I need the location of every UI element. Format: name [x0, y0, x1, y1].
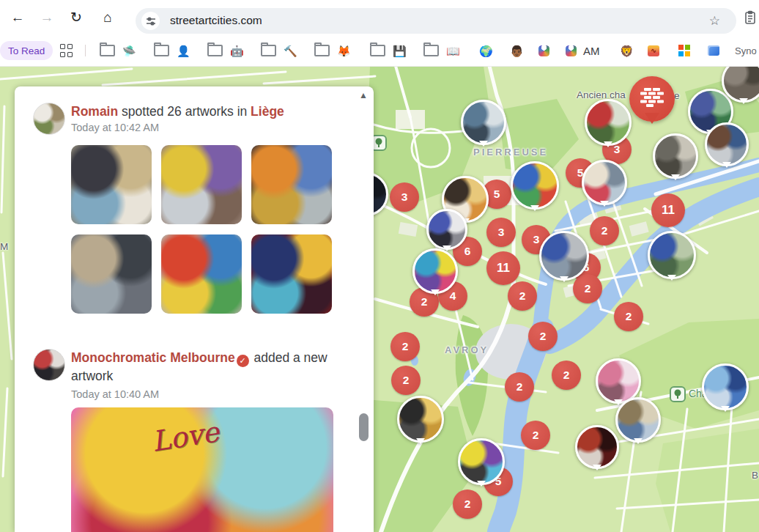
bookmark-person[interactable]: 👨🏾	[510, 35, 524, 66]
browser-window: PIERREUSEAVROYAncien chaeorMBCha 3553336…	[0, 0, 759, 532]
post-timestamp: Today at 10:42 AM	[71, 122, 159, 133]
map-photo-marker-lego-mural[interactable]	[511, 161, 559, 210]
bookmark-emoji-icon: 🔨	[284, 45, 297, 56]
location-link-liege[interactable]: Liège	[251, 104, 284, 119]
artwork-thumbnail-mosaic-building-corner[interactable]	[71, 234, 152, 314]
map-cluster-marker[interactable]: 3	[486, 218, 516, 247]
map-cluster-marker[interactable]: 11	[486, 251, 520, 285]
reading-list-extension-icon[interactable]	[743, 10, 758, 25]
apps-grid-icon[interactable]	[60, 44, 73, 57]
artwork-thumbnail-framed-mural-brick[interactable]	[161, 145, 242, 224]
folder-icon	[370, 45, 385, 56]
map-cluster-marker[interactable]: 2	[590, 216, 619, 245]
bookmark-to-read[interactable]: To Read	[0, 41, 53, 60]
map-cluster-marker[interactable]: 2	[573, 274, 602, 303]
back-button[interactable]: ←	[7, 7, 28, 28]
artwork-thumbnail-owl-mural[interactable]	[251, 145, 332, 224]
artwork-thumbnail-grid	[71, 145, 342, 314]
address-bar[interactable]: streetartcities.com ☆	[136, 8, 736, 34]
map-cluster-marker[interactable]: 2	[508, 281, 537, 311]
lion-logo-icon: 🦁	[620, 45, 634, 56]
site-settings-icon[interactable]	[141, 12, 160, 30]
bookmark-folder-0[interactable]: 🛸	[100, 35, 136, 66]
bookmark-folder-6[interactable]: 📖	[423, 35, 460, 66]
map-photo-marker-basketball-mural[interactable]	[705, 122, 749, 166]
bookmark-folder-3[interactable]: 🔨	[261, 35, 297, 66]
bookmark-globe[interactable]: 🌍	[479, 35, 493, 66]
map-photo-marker-blue-diagonal-mural[interactable]	[458, 438, 505, 485]
bookmark-emoji-icon: 👤	[177, 45, 190, 56]
forward-button[interactable]: →	[37, 7, 57, 28]
map-cluster-marker[interactable]: 2	[614, 302, 643, 331]
map-photo-marker-dotted-mural[interactable]	[582, 160, 627, 205]
avatar-romain[interactable]	[33, 103, 65, 135]
bookmark-colorful-logo-2[interactable]	[566, 35, 577, 66]
map-photo-marker-dark-red-abstract[interactable]	[575, 425, 619, 469]
activity-feed-panel: ▲ Romain spotted 26 artworks in Liège To…	[15, 86, 374, 532]
post-title: Monochromatic Melbourne added a new artw…	[71, 349, 351, 385]
user-link-romain[interactable]: Romain	[71, 104, 118, 119]
map-photo-marker-village-houses-mural[interactable]	[615, 397, 661, 443]
map-photo-marker-cat-mural[interactable]	[412, 248, 458, 294]
map-cluster-marker[interactable]: 2	[521, 421, 550, 450]
url-text[interactable]: streetartcities.com	[170, 14, 262, 27]
map-photo-marker-blue-fish-mural[interactable]	[702, 363, 749, 410]
map-photo-marker-bench-flowers[interactable]	[585, 99, 632, 146]
folder-icon	[207, 45, 223, 56]
bookmark-emoji-icon: 🦊	[337, 45, 351, 56]
artwork-thumbnail-abstract-birds-wall[interactable]	[71, 145, 152, 224]
bookmarks-bar: To Read 🛸👤🤖🔨🦊💾📖 🌍 👨🏾 AM 🦁 ∿ Syno	[0, 35, 759, 67]
feed-scrollbar-thumb[interactable]	[359, 413, 369, 441]
map-cluster-marker[interactable]: 2	[391, 366, 421, 395]
bookmark-colorful-logo-1[interactable]	[538, 35, 549, 66]
map-photo-marker-net-face-mural[interactable]	[539, 231, 589, 281]
post-action-text: spotted 26 artworks in	[118, 104, 251, 119]
map-photo-marker-aerial-lift-photo[interactable]	[461, 100, 506, 145]
folder-icon	[154, 45, 169, 56]
map-photo-marker-profile-face-mural[interactable]	[648, 231, 696, 279]
map-cluster-marker[interactable]: 3	[390, 182, 419, 212]
bookmark-syno[interactable]: Syno	[735, 35, 757, 66]
user-link-monochromatic-melbourne[interactable]: Monochromatic Melbourne	[71, 350, 235, 365]
folder-icon	[423, 45, 439, 56]
brick-wall-logo-icon	[640, 88, 664, 111]
map-cluster-marker[interactable]: 2	[552, 361, 581, 390]
bookmark-star-icon[interactable]: ☆	[709, 13, 720, 29]
post-title: Romain spotted 26 artworks in Liège	[71, 103, 351, 121]
map-cluster-marker[interactable]: 2	[453, 489, 482, 519]
map-photo-marker-door-mural[interactable]	[397, 396, 444, 443]
artwork-thumbnail-starburst-facade[interactable]	[161, 234, 242, 314]
blue-box-logo-icon	[708, 45, 719, 56]
bookmark-folder-5[interactable]: 💾	[370, 35, 407, 66]
bookmark-am[interactable]: AM	[583, 35, 600, 66]
bookmark-blue-box[interactable]	[708, 35, 719, 66]
home-button[interactable]: ⌂	[97, 7, 118, 28]
avatar-monochromatic-melbourne[interactable]	[33, 349, 65, 381]
bookmark-lion[interactable]: 🦁	[620, 35, 634, 66]
map-photo-marker-elephant-mosaic[interactable]	[653, 133, 698, 179]
bookmark-folder-1[interactable]: 👤	[154, 35, 190, 66]
artwork-image-love-graffiti[interactable]: Love	[71, 407, 333, 532]
map-cluster-marker[interactable]: 2	[505, 372, 534, 402]
scroll-up-arrow[interactable]: ▲	[359, 90, 368, 100]
folder-icon	[314, 45, 330, 56]
globe-icon: 🌍	[479, 45, 493, 56]
graffiti-love-text: Love	[149, 415, 221, 458]
bookmark-folder-2[interactable]: 🤖	[207, 35, 244, 66]
map-cluster-marker[interactable]: 11	[651, 193, 685, 227]
microsoft-logo-icon	[678, 45, 690, 56]
artwork-thumbnail-swirl-mural[interactable]	[251, 234, 332, 314]
chart-logo-icon: ∿	[648, 45, 659, 56]
park-poi-icon[interactable]	[670, 386, 686, 402]
map-main-pin[interactable]	[629, 76, 675, 122]
post-timestamp: Today at 10:40 AM	[71, 388, 159, 400]
bookmark-microsoft[interactable]	[678, 35, 690, 66]
colorful-logo-icon	[538, 45, 549, 56]
bookmark-chart[interactable]: ∿	[648, 35, 659, 66]
bookmark-emoji-icon: 📖	[446, 45, 460, 56]
map-cluster-marker[interactable]: 2	[528, 322, 558, 351]
map-cluster-marker[interactable]: 2	[390, 332, 420, 361]
map-photo-marker-pixel-invader[interactable]	[426, 209, 467, 250]
reload-button[interactable]: ↻	[66, 7, 86, 28]
bookmark-folder-4[interactable]: 🦊	[314, 35, 351, 66]
